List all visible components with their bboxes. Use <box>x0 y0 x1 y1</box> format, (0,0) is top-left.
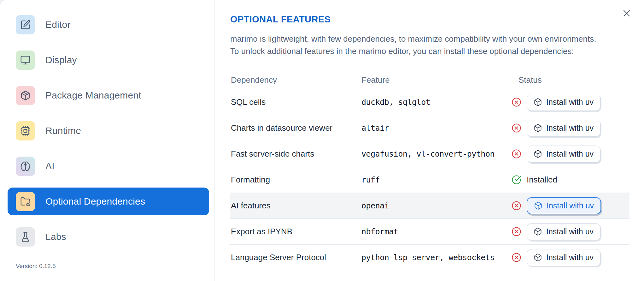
sidebar-item-package-management[interactable]: Package Management <box>8 81 209 109</box>
settings-dialog: EditorDisplayPackage ManagementRuntimeAI… <box>0 0 644 281</box>
cpu-icon <box>16 121 35 140</box>
install-button-label: Install with uv <box>546 98 594 107</box>
install-button-label: Install with uv <box>546 227 594 236</box>
feature-cell: altair <box>361 115 511 141</box>
sidebar-nav: EditorDisplayPackage ManagementRuntimeAI… <box>0 0 214 251</box>
install-with-uv-button[interactable]: Install with uv <box>527 120 600 137</box>
column-header-status: Status <box>511 69 629 89</box>
box-icon <box>534 201 542 210</box>
box-icon <box>534 124 542 132</box>
settings-sidebar: EditorDisplayPackage ManagementRuntimeAI… <box>0 0 214 281</box>
table-row: Export as IPYNBnbformatInstall with uv <box>230 219 629 245</box>
folder-cog-icon <box>16 192 35 211</box>
feature-cell: python-lsp-server, websockets <box>361 245 511 271</box>
table-row: FormattingruffInstalled <box>230 167 629 193</box>
box-icon <box>534 253 542 262</box>
dependency-cell: Charts in datasource viewer <box>230 115 361 141</box>
feature-cell: nbformat <box>361 219 511 245</box>
brain-icon <box>16 157 35 176</box>
square-pen-icon <box>16 15 35 34</box>
install-button-label: Install with uv <box>546 149 594 158</box>
install-button-label: Install with uv <box>546 253 594 262</box>
install-with-uv-button[interactable]: Install with uv <box>527 223 600 240</box>
description-line-1: marimo is lightweight, with few dependen… <box>230 34 596 44</box>
circle-x-icon <box>512 149 521 159</box>
sidebar-item-label: Runtime <box>45 125 81 136</box>
circle-check-icon <box>512 175 521 185</box>
install-with-uv-button[interactable]: Install with uv <box>527 197 601 214</box>
status-cell: Install with uv <box>511 219 629 245</box>
circle-x-icon <box>512 123 521 133</box>
package-icon <box>16 86 35 105</box>
sidebar-item-labs[interactable]: Labs <box>8 223 209 251</box>
table-header-row: Dependency Feature Status <box>230 69 629 89</box>
circle-x-icon <box>512 201 521 211</box>
version-label: Version: 0.12.5 <box>16 263 56 270</box>
dependency-cell: Formatting <box>230 167 361 193</box>
description-line-2: To unlock additional features in the mar… <box>230 46 574 56</box>
install-button-label: Install with uv <box>547 201 594 210</box>
install-button-label: Install with uv <box>546 123 594 133</box>
install-with-uv-button[interactable]: Install with uv <box>527 94 600 111</box>
status-cell: Installed <box>511 167 629 193</box>
box-icon <box>534 227 542 236</box>
flask-icon <box>16 227 35 247</box>
dependency-cell: AI features <box>230 193 361 219</box>
sidebar-item-label: Display <box>45 55 77 65</box>
table-row: AI featuresopenaiInstall with uv <box>230 193 629 219</box>
sidebar-item-label: Package Management <box>45 90 141 101</box>
feature-cell: openai <box>361 193 511 219</box>
dependency-cell: Export as IPYNB <box>230 219 361 245</box>
dependency-cell: Fast server-side charts <box>230 141 361 167</box>
sidebar-item-display[interactable]: Display <box>8 46 209 74</box>
circle-x-icon <box>512 97 521 107</box>
dependency-cell: SQL cells <box>230 89 361 115</box>
dependency-cell: Language Server Protocol <box>230 245 361 271</box>
status-cell: Install with uv <box>511 141 629 167</box>
install-with-uv-button[interactable]: Install with uv <box>527 146 600 163</box>
table-row: Language Server Protocolpython-lsp-serve… <box>230 245 629 271</box>
sidebar-item-optional-dependencies[interactable]: Optional Dependencies <box>8 188 209 215</box>
box-icon <box>534 98 542 106</box>
feature-cell: vegafusion, vl-convert-python <box>361 141 511 167</box>
status-cell: Install with uv <box>511 89 629 115</box>
table-row: Charts in datasource vieweraltairInstall… <box>230 115 629 141</box>
sidebar-item-label: Editor <box>45 19 71 30</box>
sidebar-item-label: AI <box>45 161 55 171</box>
close-icon <box>622 9 631 19</box>
box-icon <box>534 150 542 158</box>
circle-x-icon <box>512 227 521 236</box>
column-header-dependency: Dependency <box>230 69 361 89</box>
sidebar-item-editor[interactable]: Editor <box>8 11 209 39</box>
status-cell: Install with uv <box>511 245 629 271</box>
feature-cell: duckdb, sqlglot <box>361 89 511 115</box>
table-row: Fast server-side chartsvegafusion, vl-co… <box>230 141 629 167</box>
feature-cell: ruff <box>361 167 511 193</box>
sidebar-item-label: Optional Dependencies <box>45 196 145 207</box>
status-cell: Install with uv <box>511 193 629 219</box>
table-row: SQL cellsduckdb, sqlglotInstall with uv <box>230 89 629 115</box>
close-button[interactable] <box>620 7 634 21</box>
column-header-feature: Feature <box>361 69 511 89</box>
monitor-icon <box>16 51 35 70</box>
circle-x-icon <box>512 253 521 262</box>
sidebar-item-ai[interactable]: AI <box>8 152 209 180</box>
dependencies-table: Dependency Feature Status SQL cellsduckd… <box>230 69 629 271</box>
installed-label: Installed <box>527 175 557 185</box>
optional-features-panel: OPTIONAL FEATURES marimo is lightweight,… <box>214 0 644 281</box>
sidebar-item-runtime[interactable]: Runtime <box>8 117 209 145</box>
description: marimo is lightweight, with few dependen… <box>230 33 644 57</box>
install-with-uv-button[interactable]: Install with uv <box>527 249 600 266</box>
status-cell: Install with uv <box>511 115 629 141</box>
sidebar-item-label: Labs <box>45 231 66 242</box>
page-title: OPTIONAL FEATURES <box>230 14 644 25</box>
